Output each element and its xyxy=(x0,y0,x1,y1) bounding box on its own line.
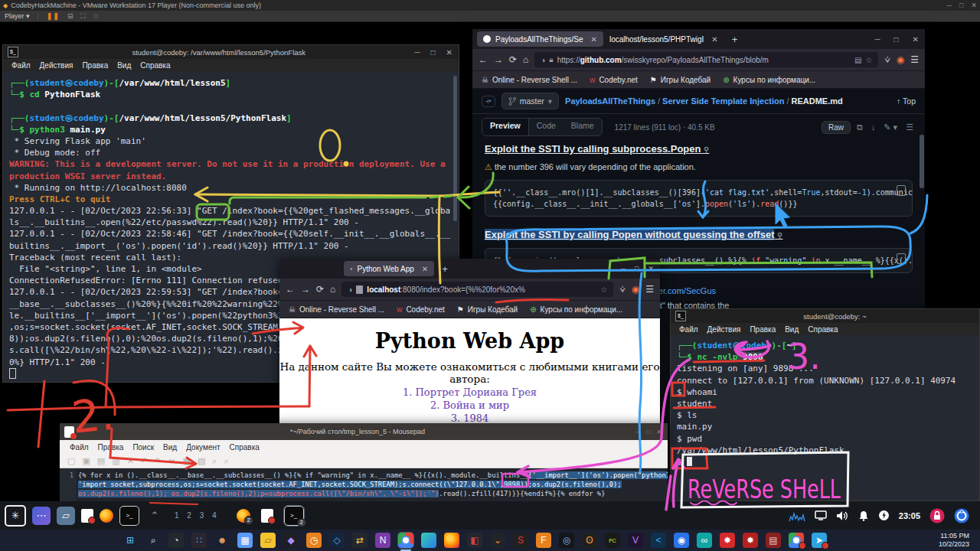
chrome-profile-icon[interactable] xyxy=(789,533,804,548)
start-button[interactable]: ⊞ xyxy=(122,533,138,548)
network-graph-icon[interactable] xyxy=(789,510,805,522)
pocket-icon[interactable]: ⩒ xyxy=(619,284,625,295)
f-app-icon[interactable]: F xyxy=(536,533,551,548)
breadcrumb-repo[interactable]: PayloadsAllTheThings xyxy=(565,96,655,106)
scrollbar[interactable] xyxy=(920,135,924,188)
shield-icon[interactable]: ◑ xyxy=(541,56,545,64)
lens-app-icon[interactable]: ◎ xyxy=(559,533,574,548)
book-link[interactable]: 2. Война и мир xyxy=(279,399,660,411)
toolbar-icon[interactable]: ⌕ xyxy=(212,456,217,466)
menu-item[interactable]: Вид xyxy=(159,443,181,452)
windows-clock[interactable]: 11:05 PM 10/2/2023 xyxy=(939,532,969,549)
close-tab-icon[interactable]: ✕ xyxy=(711,35,717,44)
s-app-icon[interactable]: S xyxy=(513,533,528,548)
toolbar-icon[interactable]: ✕ xyxy=(127,456,134,466)
menu-icon[interactable]: ☰ xyxy=(645,284,654,295)
tab-python-web-app[interactable]: • Python Web App ✕ xyxy=(344,261,434,276)
player-menu[interactable]: Player ▾ xyxy=(5,12,30,20)
scrollbar[interactable] xyxy=(453,76,457,221)
vmware-minimize-button[interactable]: ─ xyxy=(947,2,952,9)
firefox-app-icon[interactable] xyxy=(444,533,459,548)
mousepad-window-button[interactable] xyxy=(261,509,273,523)
media-app-icon[interactable]: ◧ xyxy=(467,533,482,548)
edit-icon[interactable]: ✎ ▾ xyxy=(881,122,900,132)
home-icon[interactable]: ⌂ xyxy=(330,284,335,295)
chevron-up-icon[interactable]: ⌃ xyxy=(145,507,164,525)
telegram-app-icon[interactable]: ➤ xyxy=(812,533,827,548)
close-tab-icon[interactable]: ✕ xyxy=(591,35,597,44)
minimize-button[interactable]: ─ xyxy=(874,35,880,44)
screen-lock-icon[interactable] xyxy=(929,508,945,523)
home-icon[interactable]: ⌂ xyxy=(523,54,528,65)
toolbar-icon[interactable]: ▣ xyxy=(82,456,90,466)
star-icon[interactable]: ☆ xyxy=(600,285,607,294)
firefox-launcher-icon[interactable] xyxy=(100,509,113,523)
toolbar-icon[interactable]: ▧ xyxy=(198,456,205,466)
menu-item[interactable]: Правка xyxy=(94,443,128,452)
mousepad-launcher-icon[interactable] xyxy=(81,509,93,523)
power-manager-icon[interactable] xyxy=(878,510,890,521)
carrot-app-icon[interactable]: ⌄ xyxy=(490,533,505,548)
mousepad-titlebar[interactable]: *~/Рабочий стол/tmp_lesson_5 - Mousepad … xyxy=(60,423,668,440)
menu-item[interactable]: Поиск xyxy=(129,443,158,452)
close-tab-icon[interactable]: ✕ xyxy=(422,265,428,273)
slack-app-icon[interactable]: ∷ xyxy=(191,533,207,548)
maximize-button[interactable]: □ xyxy=(635,265,639,272)
toolbar-icon[interactable]: ▥ xyxy=(112,456,119,466)
back-icon[interactable]: ← xyxy=(479,54,488,65)
menu-item[interactable]: Справка xyxy=(804,325,841,334)
shield-icon[interactable]: ◑ xyxy=(348,285,352,294)
menu-item[interactable]: Документ xyxy=(182,443,224,452)
edge-app-icon[interactable] xyxy=(421,533,436,548)
tab-preview[interactable]: Preview xyxy=(482,119,529,135)
tab-code[interactable]: Code xyxy=(529,119,564,135)
close-button[interactable]: ✕ xyxy=(656,429,662,435)
copy-code-icon[interactable] xyxy=(897,253,906,264)
linux-clock[interactable]: 23:05 xyxy=(899,511,920,520)
blender-app-icon[interactable]: ʘ xyxy=(582,533,597,548)
menu-item[interactable]: Файл xyxy=(66,443,93,452)
menu-item[interactable]: Правка xyxy=(746,325,779,334)
obsidian-app-icon[interactable]: ◆ xyxy=(283,533,299,548)
menu-item[interactable]: Действия xyxy=(36,61,77,70)
file-tree-icon[interactable]: ⫞• xyxy=(482,96,495,107)
reload-icon[interactable]: ⟳ xyxy=(316,284,324,295)
menu-item[interactable]: Файл xyxy=(675,325,702,334)
terminal-launcher-icon[interactable]: >_ xyxy=(119,506,139,526)
section-heading-subprocess[interactable]: Exploit the SSTI by calling subprocess.P… xyxy=(485,143,913,155)
pocket-icon[interactable]: ⩒ xyxy=(884,54,890,65)
menu-item[interactable]: Справка xyxy=(226,443,263,452)
vmware-maximize-button[interactable]: □ xyxy=(959,2,963,9)
minimize-button[interactable]: ─ xyxy=(636,429,641,435)
vmware-close-button[interactable]: ✕ xyxy=(971,2,977,9)
bookmark-item[interactable]: wCodeby.net xyxy=(397,305,445,314)
clock-app-icon[interactable]: ◷ xyxy=(306,533,322,548)
visualstudio-app-icon[interactable]: V xyxy=(628,533,643,548)
notification-bell-icon[interactable] xyxy=(858,510,869,521)
download-icon[interactable]: ↓ xyxy=(869,122,878,132)
onenote-app-icon[interactable]: N xyxy=(375,533,390,548)
gauge-app-icon[interactable]: ◔ xyxy=(168,533,184,548)
maximize-button[interactable]: □ xyxy=(894,35,899,44)
bookmark-item[interactable]: ⊕Курсы по информаци... xyxy=(530,305,622,314)
map-pin-app-icon[interactable]: ◉ xyxy=(674,533,689,548)
vscode-app-icon[interactable]: < xyxy=(651,533,666,548)
assistant-app-icon[interactable]: ☻ xyxy=(214,533,230,548)
menu-item[interactable]: Действия xyxy=(704,325,745,334)
file-explorer-icon[interactable]: ▱ xyxy=(260,533,276,548)
chrome-app-icon[interactable] xyxy=(398,533,413,548)
minimize-button[interactable]: ─ xyxy=(621,265,626,272)
terminal2-titlebar[interactable]: $_ student@codeby: ~ xyxy=(671,309,979,323)
branch-selector[interactable]: master ▾ xyxy=(501,93,559,109)
menu-item[interactable]: Вид xyxy=(113,61,135,70)
workspace-switcher[interactable]: 1 2 3 4 xyxy=(170,511,224,520)
bookmark-item[interactable]: ⊕Курсы по информаци... xyxy=(723,76,815,84)
menu-item[interactable]: Файл xyxy=(8,61,34,70)
copy-icon[interactable]: ⧉ xyxy=(854,122,865,132)
toolbox-app-icon[interactable]: ▤ xyxy=(766,533,781,548)
toolbar-icon[interactable]: ▢ xyxy=(67,456,75,466)
toolbar-icon[interactable]: ⌕ xyxy=(224,456,228,466)
menu-icon[interactable]: ☰ xyxy=(910,54,919,65)
firefox-window-button[interactable]: 2 xyxy=(237,509,250,523)
maximize-button[interactable]: □ xyxy=(431,48,436,57)
